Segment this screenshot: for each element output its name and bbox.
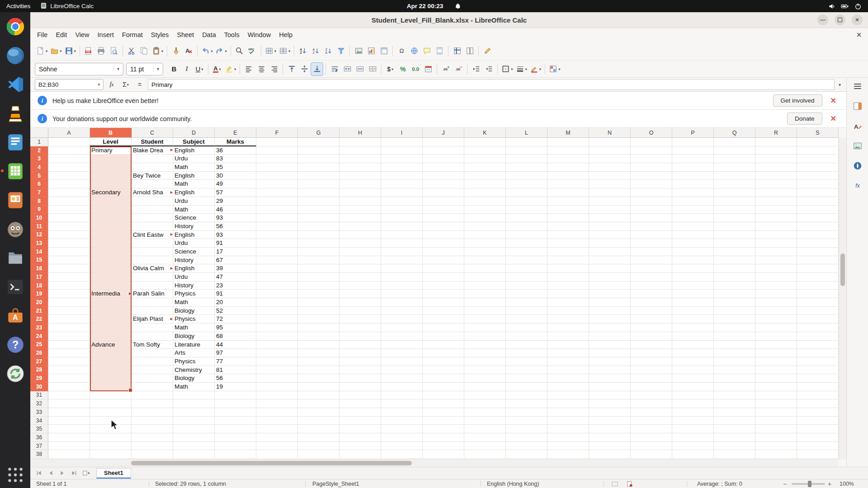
dock-gimp[interactable] — [5, 219, 26, 239]
cell-P6[interactable] — [672, 180, 714, 188]
cell-J32[interactable] — [423, 399, 464, 408]
cell-S33[interactable] — [797, 408, 839, 417]
cell-S11[interactable] — [797, 222, 839, 231]
cell-G9[interactable] — [298, 206, 340, 214]
format-date-icon[interactable] — [422, 62, 434, 76]
cell-K14[interactable] — [464, 248, 506, 256]
menu-styles[interactable]: Styles — [147, 29, 173, 40]
name-box[interactable]: B2:B30 ▾ — [35, 79, 104, 90]
cell-L3[interactable] — [506, 155, 547, 163]
cell-D11[interactable]: History — [173, 222, 215, 231]
cell-S34[interactable] — [797, 417, 839, 425]
cell-S12[interactable] — [797, 231, 839, 239]
cell-C28[interactable] — [132, 366, 173, 375]
italic-icon[interactable]: I — [180, 62, 193, 76]
styles-icon[interactable]: A — [851, 120, 864, 132]
cell-K29[interactable] — [464, 374, 506, 383]
cell-A37[interactable] — [48, 442, 90, 450]
dock-vscode[interactable] — [5, 74, 26, 95]
cell-K19[interactable] — [464, 290, 506, 298]
cell-P37[interactable] — [672, 442, 714, 450]
cell-M16[interactable] — [547, 264, 589, 273]
save-icon[interactable]: ▾ — [63, 44, 77, 58]
cell-M9[interactable] — [547, 206, 589, 214]
clone-formatting-icon[interactable] — [170, 44, 182, 58]
cell-E37[interactable] — [215, 442, 256, 450]
cell-J3[interactable] — [423, 155, 464, 163]
cell-G38[interactable] — [298, 450, 340, 459]
page-style[interactable]: PageStyle_Sheet1 — [312, 479, 359, 488]
cell-C4[interactable] — [132, 163, 173, 172]
cell-S17[interactable] — [797, 273, 839, 282]
cell-A21[interactable] — [48, 307, 90, 315]
cell-B13[interactable] — [90, 239, 132, 248]
cell-L12[interactable] — [506, 231, 547, 239]
cell-L5[interactable] — [506, 172, 547, 180]
cell-N36[interactable] — [589, 433, 631, 442]
cell-O18[interactable] — [631, 282, 672, 290]
comment-icon[interactable] — [420, 44, 433, 58]
cell-A34[interactable] — [48, 417, 90, 425]
align-left-icon[interactable] — [242, 62, 255, 76]
cell-N3[interactable] — [589, 155, 631, 163]
cell-N1[interactable] — [589, 138, 631, 146]
cell-G7[interactable] — [298, 188, 340, 197]
cell-G30[interactable] — [298, 383, 340, 391]
cell-H36[interactable] — [340, 433, 381, 442]
cell-J31[interactable] — [423, 391, 464, 400]
cell-C8[interactable] — [132, 197, 173, 206]
activities-button[interactable]: Activities — [6, 3, 30, 9]
cell-H5[interactable] — [340, 172, 381, 180]
menu-file[interactable]: File — [33, 29, 52, 40]
cell-O5[interactable] — [631, 172, 672, 180]
cell-Q2[interactable] — [714, 146, 755, 155]
cell-O24[interactable] — [631, 332, 672, 341]
cell-A8[interactable] — [48, 197, 90, 206]
cell-J30[interactable] — [423, 383, 464, 391]
cell-Q35[interactable] — [714, 425, 755, 433]
cell-H38[interactable] — [340, 450, 381, 459]
cell-L10[interactable] — [506, 214, 547, 222]
cell-B22[interactable] — [90, 315, 132, 324]
cell-C6[interactable] — [132, 180, 173, 188]
cell-R31[interactable] — [755, 391, 797, 400]
cell-N35[interactable] — [589, 425, 631, 433]
cell-L28[interactable] — [506, 366, 547, 375]
cell-D20[interactable]: Math — [173, 298, 215, 307]
cell-D32[interactable] — [173, 399, 215, 408]
cell-F9[interactable] — [256, 206, 298, 214]
cell-F35[interactable] — [256, 425, 298, 433]
col-header-M[interactable]: M — [547, 128, 589, 138]
cell-G15[interactable] — [298, 256, 340, 265]
cell-M32[interactable] — [547, 399, 589, 408]
cell-L27[interactable] — [506, 357, 547, 366]
cell-P11[interactable] — [672, 222, 714, 231]
cell-G13[interactable] — [298, 239, 340, 248]
cell-O32[interactable] — [631, 399, 672, 408]
cell-H4[interactable] — [340, 163, 381, 172]
cell-L38[interactable] — [506, 450, 547, 459]
cell-F7[interactable] — [256, 188, 298, 197]
row-header-29[interactable]: 29 — [30, 374, 48, 383]
cell-E16[interactable]: 39 — [215, 264, 256, 273]
cell-K11[interactable] — [464, 222, 506, 231]
zoom-in-button[interactable]: + — [828, 479, 831, 488]
cell-Q38[interactable] — [714, 450, 755, 459]
properties-icon[interactable] — [851, 100, 864, 113]
cell-E4[interactable]: 35 — [215, 163, 256, 172]
cell-C35[interactable] — [132, 425, 173, 433]
cell-M6[interactable] — [547, 180, 589, 188]
cell-B28[interactable] — [90, 366, 132, 375]
row-header-20[interactable]: 20 — [30, 298, 48, 307]
cell-H13[interactable] — [340, 239, 381, 248]
cell-M26[interactable] — [547, 349, 589, 357]
focused-app-indicator[interactable]: LibreOffice Calc — [40, 2, 94, 10]
cell-J16[interactable] — [423, 264, 464, 273]
sidebar-settings-icon[interactable] — [851, 80, 864, 93]
cell-E22[interactable]: 72 — [215, 315, 256, 324]
cell-G33[interactable] — [298, 408, 340, 417]
zoom-level[interactable]: 100% — [840, 479, 854, 488]
font-name-combo[interactable]: Söhne ▾ — [35, 63, 123, 75]
cell-E3[interactable]: 83 — [215, 155, 256, 163]
cell-J19[interactable] — [423, 290, 464, 298]
